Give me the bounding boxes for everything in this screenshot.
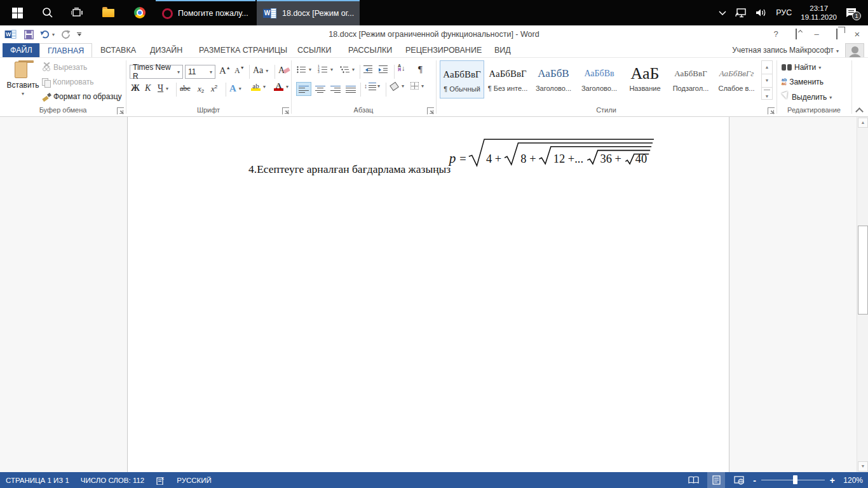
tab-references[interactable]: ССЫЛКИ — [290, 43, 339, 57]
subscript-button[interactable]: x2 — [198, 84, 204, 94]
align-left-button[interactable] — [296, 82, 311, 96]
line-spacing-dropdown-arrow[interactable]: ▾ — [377, 83, 380, 89]
font-family-combobox[interactable]: Times New R ▾ — [130, 65, 183, 79]
paste-dropdown-arrow[interactable]: ▾ — [22, 91, 24, 97]
font-color-dropdown-arrow[interactable]: ▾ — [286, 84, 288, 90]
styles-more-button[interactable]: ▼ — [764, 90, 770, 103]
style-no-spacing[interactable]: АаБбВвГ ¶ Без инте... — [485, 60, 530, 98]
word-count[interactable]: ЧИСЛО СЛОВ: 112 — [81, 477, 144, 484]
paste-button[interactable]: Вставить ▾ — [6, 60, 39, 101]
borders-button[interactable]: ▾ — [410, 82, 424, 90]
style-heading1[interactable]: АаБбВ Заголово... — [531, 60, 576, 98]
tab-file[interactable]: ФАЙЛ — [3, 43, 40, 57]
taskbar-app-opera[interactable]: Помогите пожалу... — [156, 0, 255, 25]
zoom-slider-thumb[interactable] — [793, 475, 797, 484]
sort-button[interactable]: АЯ ↓ — [398, 64, 405, 72]
find-button[interactable]: Найти ▾ — [782, 63, 821, 72]
clear-formatting-button[interactable]: А — [278, 65, 290, 76]
vertical-scrollbar[interactable]: ▲ ▼ — [857, 117, 868, 472]
zoom-level[interactable]: 120% — [840, 476, 863, 485]
font-color-button[interactable]: А ▾ — [274, 82, 288, 91]
line-spacing-button[interactable]: ↕ ▾ — [364, 82, 380, 90]
tab-home[interactable]: ГЛАВНАЯ — [39, 43, 92, 57]
shading-dropdown-arrow[interactable]: ▾ — [402, 83, 404, 89]
minimize-button[interactable]: – — [808, 27, 825, 41]
help-button[interactable]: ? — [768, 27, 784, 41]
cut-button[interactable]: Вырезать — [42, 63, 87, 72]
highlight-dropdown-arrow[interactable]: ▾ — [263, 84, 266, 90]
zoom-out-button[interactable]: - — [753, 475, 756, 485]
change-case-button[interactable]: Аа ▾ — [253, 65, 268, 76]
account-label[interactable]: Учетная запись Майкрософт▾ — [732, 43, 839, 57]
equation-object[interactable]: p = 4 + 8 + 12 +... 36 + 40 — [444, 136, 654, 170]
strikethrough-button[interactable]: abc — [180, 84, 191, 93]
align-right-button[interactable] — [329, 82, 342, 96]
print-layout-button[interactable] — [707, 472, 725, 488]
change-case-dropdown-arrow[interactable]: ▾ — [266, 68, 268, 74]
clock[interactable]: 23:17 19.11.2020 — [801, 4, 837, 22]
tray-chevron-icon[interactable] — [719, 11, 726, 15]
tab-review[interactable]: РЕЦЕНЗИРОВАНИЕ — [398, 43, 489, 57]
justify-button[interactable] — [344, 82, 358, 96]
multilevel-list-button[interactable]: ▾ — [339, 65, 355, 74]
style-normal[interactable]: АаБбВвГ ¶ Обычный — [440, 60, 484, 98]
file-explorer-button[interactable] — [95, 0, 121, 25]
collapse-ribbon-button[interactable] — [855, 107, 864, 116]
superscript-button[interactable]: x2 — [211, 84, 217, 94]
italic-button[interactable]: К — [145, 83, 151, 93]
copy-button[interactable]: Копировать — [42, 78, 94, 86]
document-page[interactable]: 4.Есептеуге арналған бағдарлама жазыңыз … — [127, 117, 729, 472]
styles-scroll-up-button[interactable]: ▲ — [762, 61, 772, 74]
tab-page-layout[interactable]: РАЗМЕТКА СТРАНИЦЫ — [191, 43, 295, 57]
clipboard-dialog-launcher[interactable] — [117, 107, 124, 114]
network-icon[interactable] — [735, 8, 747, 18]
scrollbar-thumb[interactable] — [858, 226, 868, 315]
select-dropdown-arrow[interactable]: ▾ — [829, 95, 832, 100]
increase-indent-button[interactable] — [379, 65, 389, 74]
page-indicator[interactable]: СТРАНИЦА 1 ИЗ 1 — [6, 477, 69, 484]
font-size-combobox[interactable]: 11 ▾ — [185, 65, 215, 79]
underline-dropdown-arrow[interactable]: ▾ — [166, 86, 168, 92]
show-marks-button[interactable]: ¶ — [418, 64, 423, 75]
bullets-button[interactable]: ▾ — [296, 65, 311, 74]
select-button[interactable]: Выделить ▾ — [783, 92, 832, 102]
zoom-in-button[interactable]: + — [830, 475, 835, 485]
tab-insert[interactable]: ВСТАВКА — [93, 43, 144, 57]
shrink-font-button[interactable]: А▼ — [234, 66, 245, 76]
text-effects-button[interactable]: А ▾ — [229, 83, 241, 94]
volume-icon[interactable] — [756, 8, 767, 17]
tab-design[interactable]: ДИЗАЙН — [142, 43, 190, 57]
style-subtle-emphasis[interactable]: АаБбВвГг Слабое в... — [714, 60, 759, 98]
scroll-up-button[interactable]: ▲ — [858, 118, 868, 128]
decrease-indent-button[interactable] — [363, 65, 374, 74]
find-dropdown-arrow[interactable]: ▾ — [818, 65, 821, 71]
styles-dialog-launcher[interactable] — [768, 107, 775, 114]
underline-button[interactable]: Ч ▾ — [158, 83, 168, 93]
bullets-dropdown-arrow[interactable]: ▾ — [309, 67, 311, 72]
document-text-line[interactable]: 4.Есептеуге арналған бағдарлама жазыңыз — [248, 163, 451, 176]
bold-button[interactable]: Ж — [131, 83, 140, 93]
multilevel-dropdown-arrow[interactable]: ▾ — [352, 67, 355, 72]
language-status[interactable]: РУССКИЙ — [177, 477, 212, 484]
numbering-dropdown-arrow[interactable]: ▾ — [330, 67, 333, 72]
paragraph-dialog-launcher[interactable] — [427, 107, 434, 114]
chrome-button[interactable] — [127, 0, 153, 25]
scroll-down-button[interactable]: ▼ — [858, 461, 868, 471]
taskbar-search-button[interactable] — [36, 0, 60, 25]
align-center-button[interactable] — [313, 82, 327, 96]
tab-view[interactable]: ВИД — [487, 43, 519, 57]
highlight-button[interactable]: ab ▾ — [251, 83, 266, 91]
proofing-status[interactable]: x — [156, 476, 165, 485]
restore-button[interactable] — [829, 27, 845, 41]
tab-mailings[interactable]: РАССЫЛКИ — [341, 43, 400, 57]
style-heading2[interactable]: АаБбВв Заголово... — [577, 60, 621, 98]
close-button[interactable]: × — [849, 27, 865, 41]
format-painter-button[interactable]: Формат по образцу — [42, 92, 122, 101]
task-view-button[interactable] — [65, 0, 89, 25]
taskbar-app-word[interactable]: W 18.docx [Режим ог... — [257, 0, 360, 25]
text-effects-dropdown-arrow[interactable]: ▾ — [239, 86, 241, 92]
style-title[interactable]: АаБ Название — [623, 60, 667, 98]
language-indicator[interactable]: РУС — [776, 8, 792, 17]
numbering-button[interactable]: ▾ — [318, 65, 333, 74]
ribbon-display-options-button[interactable] — [788, 27, 804, 41]
